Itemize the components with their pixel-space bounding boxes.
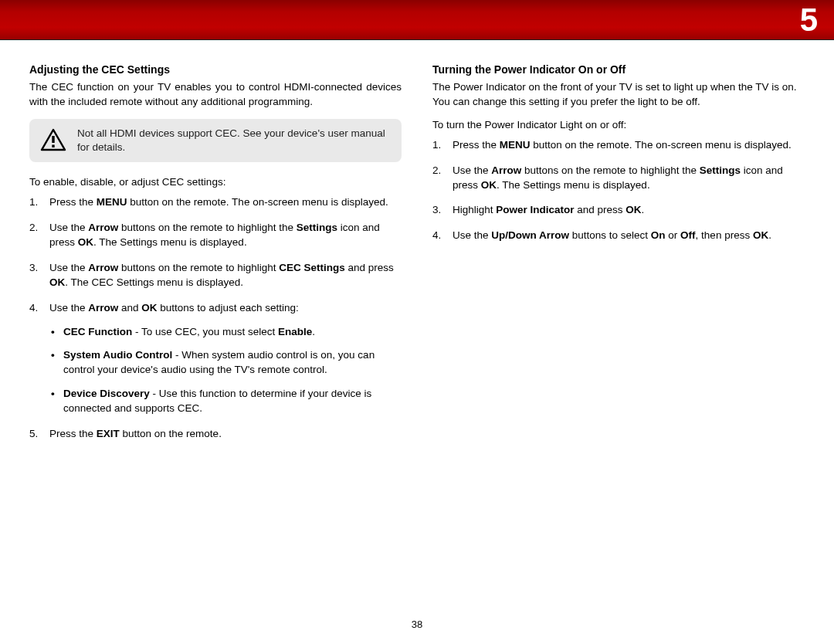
right-title: Turning the Power Indicator On or Off <box>432 63 805 76</box>
svg-rect-1 <box>52 144 54 147</box>
list-item: Use the Arrow and OK buttons to adjust e… <box>29 301 402 416</box>
note-text: Not all HDMI devices support CEC. See yo… <box>77 127 391 154</box>
list-item: CEC Function - To use CEC, you must sele… <box>49 325 402 340</box>
left-title: Adjusting the CEC Settings <box>29 63 402 76</box>
list-item: Use the Up/Down Arrow buttons to select … <box>432 229 805 243</box>
list-item: Press the EXIT button on the remote. <box>29 427 402 442</box>
list-item: Use the Arrow buttons on the remote to h… <box>29 261 402 290</box>
left-intro: The CEC function on your TV enables you … <box>29 80 402 110</box>
list-item: Use the Arrow buttons on the remote to h… <box>432 164 805 193</box>
right-intro: The Power Indicator on the front of your… <box>432 80 805 110</box>
note-box: Not all HDMI devices support CEC. See yo… <box>29 119 402 162</box>
svg-rect-0 <box>52 136 54 143</box>
left-bullets: CEC Function - To use CEC, you must sele… <box>49 325 402 416</box>
left-steps: Press the MENU button on the remote. The… <box>29 195 402 442</box>
header-bar: 5 <box>0 0 834 40</box>
list-item: Highlight Power Indicator and press OK. <box>432 203 805 218</box>
warning-icon <box>40 128 66 154</box>
right-steps: Press the MENU button on the remote. The… <box>432 138 805 243</box>
chapter-number: 5 <box>800 2 819 39</box>
left-column: Adjusting the CEC Settings The CEC funct… <box>29 63 402 452</box>
right-column: Turning the Power Indicator On or Off Th… <box>432 63 805 452</box>
list-item: Press the MENU button on the remote. The… <box>29 195 402 210</box>
list-item: System Audio Control - When system audio… <box>49 348 402 378</box>
page-number: 38 <box>412 619 422 630</box>
list-item: Press the MENU button on the remote. The… <box>432 138 805 153</box>
left-lead: To enable, disable, or adjust CEC settin… <box>29 176 402 188</box>
list-item: Use the Arrow buttons on the remote to h… <box>29 221 402 250</box>
right-lead: To turn the Power Indicator Light on or … <box>432 119 805 130</box>
list-item: Device Discovery - Use this function to … <box>49 387 402 416</box>
page-content: Adjusting the CEC Settings The CEC funct… <box>0 40 834 452</box>
